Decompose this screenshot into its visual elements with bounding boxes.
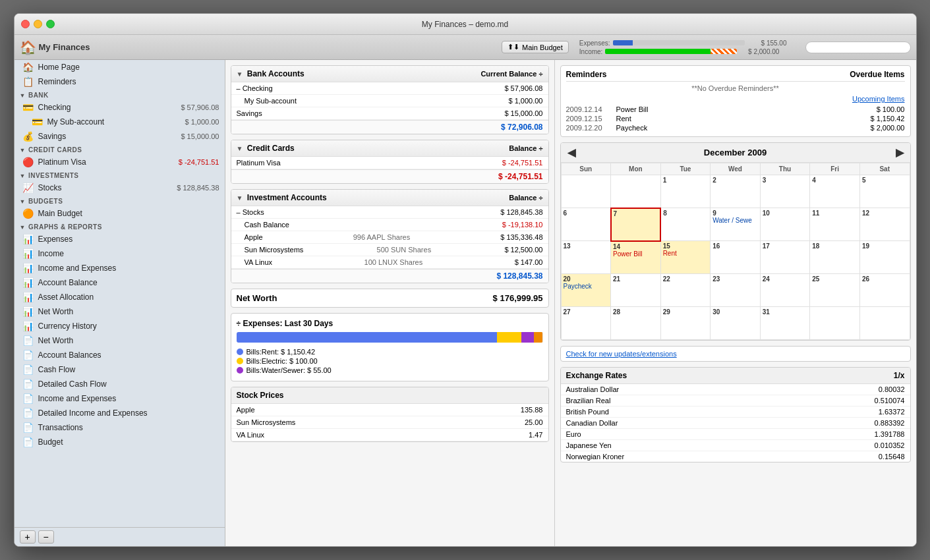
apple-stock-label: Apple: [237, 406, 255, 414]
sidebar-item-account-balances[interactable]: 📄 Account Balances: [15, 348, 225, 362]
minimize-button[interactable]: [34, 20, 42, 28]
sidebar-item-transactions[interactable]: 📄 Transactions: [15, 420, 225, 435]
sidebar-item-net-worth-graph[interactable]: 📊 Net Worth: [15, 304, 225, 319]
cal-cell[interactable]: 8: [660, 208, 711, 241]
cal-cell[interactable]: 24: [760, 274, 810, 307]
bank-row-savings[interactable]: Savings $ 15,000.00: [231, 107, 548, 120]
credit-cards-section: ▼ Credit Cards Balance ÷ Platinum Visa $…: [231, 140, 549, 184]
invest-row-stocks[interactable]: – Stocks $ 128,845.38: [231, 206, 548, 219]
va-stock-label: VA Linux: [237, 431, 265, 439]
check-updates-link[interactable]: Check for new updates/extensions: [560, 346, 911, 362]
credit-row-platinum[interactable]: Platinum Visa $ -24,751.51: [231, 157, 548, 169]
sidebar-item-savings[interactable]: 💰 Savings $ 15,000.00: [15, 129, 225, 144]
budget-selector[interactable]: ⬆⬇ Main Budget: [502, 41, 569, 53]
sidebar-item-detailed-income-expenses[interactable]: 📄 Detailed Income and Expenses: [15, 406, 225, 420]
sidebar-item-income-expenses-report[interactable]: 📄 Income and Expenses: [15, 391, 225, 406]
account-balances-icon: 📄: [22, 350, 34, 360]
search-input[interactable]: [805, 42, 911, 53]
cal-cell[interactable]: 6: [561, 208, 611, 241]
legend-electric: Bills:Electric: $ 100.00: [237, 357, 543, 365]
subaccount-icon: 💳: [32, 117, 44, 127]
sidebar-item-detailed-cash-flow[interactable]: 📄 Detailed Cash Flow: [15, 377, 225, 391]
sidebar-item-checking[interactable]: 💳 Checking $ 57,906.08: [15, 100, 225, 115]
cal-cell[interactable]: 2: [711, 175, 761, 208]
cal-cell[interactable]: 3: [760, 175, 810, 208]
power-date: 2009.12.14: [566, 105, 612, 113]
cal-prev-button[interactable]: ◀: [567, 146, 575, 159]
stock-row-sun[interactable]: Sun Microsystems 25.00: [231, 416, 548, 429]
cal-cell-today[interactable]: 7: [611, 208, 661, 241]
account-balances-label: Account Balances: [38, 350, 102, 360]
cal-cell[interactable]: 19: [859, 241, 910, 274]
cal-cell-power-bill[interactable]: 14Power Bill: [611, 241, 661, 274]
cal-cell[interactable]: 29: [660, 307, 711, 340]
cal-cell[interactable]: 25: [810, 274, 860, 307]
remove-button[interactable]: −: [38, 530, 54, 544]
sidebar-item-stocks[interactable]: 📈 Stocks $ 128,845.38: [15, 181, 225, 195]
cal-cell[interactable]: [611, 175, 661, 208]
exp-seg-other: [534, 332, 543, 343]
cal-cell[interactable]: 9Water / Sewe: [711, 208, 761, 241]
cal-cell[interactable]: 30: [711, 307, 761, 340]
zoom-button[interactable]: [46, 20, 55, 28]
cal-cell-paycheck[interactable]: 20Paycheck: [561, 274, 611, 307]
stock-row-va[interactable]: VA Linux 1.47: [231, 429, 548, 441]
sidebar-item-expenses[interactable]: 📊 Expenses: [15, 232, 225, 246]
investments-triangle-icon: ▼: [20, 173, 26, 179]
credit-cards-col-header: Balance ÷: [509, 144, 542, 152]
sidebar-item-asset-allocation[interactable]: 📊 Asset Allocation: [15, 290, 225, 304]
sidebar-item-net-worth-report[interactable]: 📄 Net Worth: [15, 333, 225, 348]
cal-cell[interactable]: 1: [660, 175, 711, 208]
exchange-rates-section: Exchange Rates 1/x Australian Dollar 0.8…: [560, 367, 911, 462]
cal-cell[interactable]: 11: [810, 208, 860, 241]
cal-cell[interactable]: 16: [711, 241, 761, 274]
invest-row-va[interactable]: VA Linux 100 LNUX Shares $ 147.00: [231, 256, 548, 269]
visa-amount: $ -24,751.51: [179, 158, 219, 166]
sidebar-item-main-budget[interactable]: 🟠 Main Budget: [15, 206, 225, 221]
cal-cell[interactable]: 23: [711, 274, 761, 307]
sidebar-item-account-balance[interactable]: 📊 Account Balance: [15, 275, 225, 290]
cal-cell[interactable]: [859, 307, 910, 340]
cal-cell[interactable]: 31: [760, 307, 810, 340]
exchange-row-gbp: British Pound 1.63372: [561, 406, 910, 418]
cal-cell[interactable]: 26: [859, 274, 910, 307]
cal-cell[interactable]: 18: [810, 241, 860, 274]
cal-cell[interactable]: 28: [611, 307, 661, 340]
sidebar-item-reminders[interactable]: 📋 Reminders: [15, 74, 225, 89]
cal-cell[interactable]: 17: [760, 241, 810, 274]
sidebar-item-cash-flow[interactable]: 📄 Cash Flow: [15, 362, 225, 377]
close-button[interactable]: [21, 20, 30, 28]
cal-cell[interactable]: 10: [760, 208, 810, 241]
cal-next-button[interactable]: ▶: [896, 146, 904, 159]
invest-row-apple[interactable]: Apple 996 AAPL Shares $ 135,336.48: [231, 231, 548, 244]
cal-cell[interactable]: 22: [660, 274, 711, 307]
cal-cell[interactable]: [810, 307, 860, 340]
investment-col-header: Balance ÷: [509, 194, 542, 202]
income-chart-icon: 📊: [22, 248, 34, 259]
sidebar-item-income-expenses[interactable]: 📊 Income and Expenses: [15, 261, 225, 275]
bank-row-checking[interactable]: – Checking $ 57,906.08: [231, 82, 548, 95]
sidebar-item-income[interactable]: 📊 Income: [15, 246, 225, 261]
cal-cell[interactable]: [561, 175, 611, 208]
cal-cell[interactable]: 27: [561, 307, 611, 340]
cal-cell[interactable]: 21: [611, 274, 661, 307]
bank-row-subaccount[interactable]: My Sub-account $ 1,000.00: [231, 95, 548, 107]
add-button[interactable]: +: [20, 530, 36, 544]
cal-cell[interactable]: 13: [561, 241, 611, 274]
cal-cell-rent[interactable]: 15Rent: [660, 241, 711, 274]
sidebar-item-home[interactable]: 🏠 Home Page: [15, 60, 225, 74]
stock-row-apple[interactable]: Apple 135.88: [231, 404, 548, 416]
sidebar-item-budget-report[interactable]: 📄 Budget: [15, 435, 225, 449]
savings-label: Savings: [38, 132, 67, 141]
reminders-header: Reminders Overdue Items: [566, 70, 905, 82]
sidebar-item-currency-history[interactable]: 📊 Currency History: [15, 319, 225, 333]
income-bar-container: [605, 49, 737, 54]
cal-cell[interactable]: 4: [810, 175, 860, 208]
invest-row-cash[interactable]: Cash Balance $ -19,138.10: [231, 219, 548, 231]
invest-row-sun[interactable]: Sun Microsystems 500 SUN Shares $ 12,500…: [231, 244, 548, 256]
cal-cell[interactable]: 5: [859, 175, 910, 208]
nok-label: Norwegian Kroner: [566, 453, 625, 461]
cal-cell[interactable]: 12: [859, 208, 910, 241]
sidebar-item-subaccount[interactable]: 💳 My Sub-account $ 1,000.00: [15, 115, 225, 129]
sidebar-item-platinum-visa[interactable]: 🔴 Platinum Visa $ -24,751.51: [15, 155, 225, 169]
